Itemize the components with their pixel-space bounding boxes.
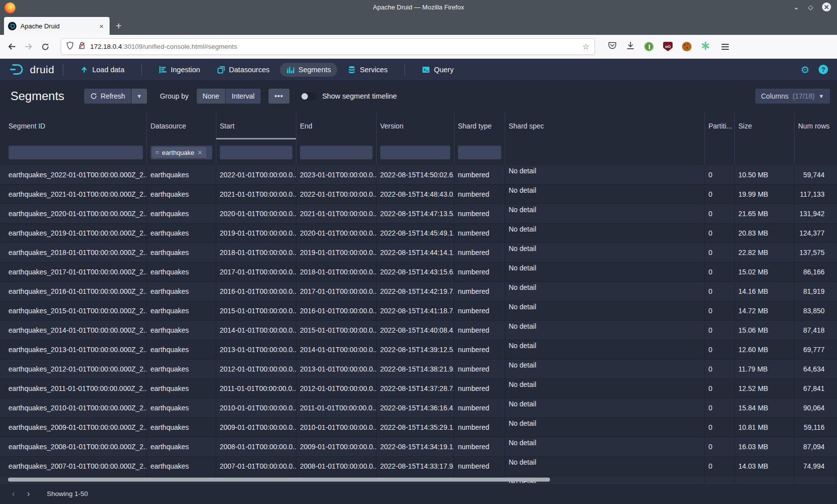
cell-shard-spec: No detail (505, 418, 705, 437)
privacy-extension-icon[interactable] (644, 42, 654, 51)
filter-start-input[interactable] (220, 145, 292, 159)
ublock-origin-icon[interactable]: uO (663, 42, 673, 51)
container-extension-icon[interactable] (701, 41, 710, 52)
nav-ingestion[interactable]: Ingestion (152, 63, 207, 77)
column-header-num-rows[interactable]: Num rows (795, 112, 837, 139)
insecure-lock-icon[interactable] (78, 41, 86, 52)
filter-datasource-input[interactable]: = earthquake ✕ (150, 145, 212, 159)
downloads-icon[interactable] (626, 41, 635, 52)
layers-icon (217, 66, 225, 74)
nav-load-data[interactable]: Load data (74, 63, 131, 77)
cookie-extension-icon[interactable] (682, 42, 692, 51)
nav-query[interactable]: Query (416, 63, 460, 77)
column-header-datasource[interactable]: Datasource (147, 112, 216, 139)
url-path: :30109/unified-console.html#segments (122, 43, 237, 50)
tab-close-icon[interactable]: × (97, 22, 106, 30)
window-title: Apache Druid — Mozilla Firefox (0, 3, 837, 11)
column-header-end[interactable]: End (296, 112, 377, 139)
database-icon (348, 66, 356, 74)
cell-size: 15.06 MB (735, 321, 795, 340)
cell-num-rows: 59,744 (795, 165, 837, 184)
settings-gear-icon[interactable]: ⚙ (801, 65, 810, 75)
table-row: earthquakes_2013-01-01T00:00:00.000Z_2..… (0, 340, 837, 360)
nav-services[interactable]: Services (341, 63, 394, 77)
cell-datasource: earthquakes (147, 224, 216, 243)
cell-segment-id: earthquakes_2007-01-01T00:00:00.000Z_2..… (0, 457, 147, 476)
maximize-icon[interactable]: ◇ (808, 4, 813, 10)
segment-timeline-toggle[interactable] (300, 92, 316, 101)
cell-shard-spec: No detail (505, 457, 705, 476)
cell-partition: 0 (705, 204, 735, 223)
bookmark-star-icon[interactable]: ☆ (578, 42, 589, 51)
shield-icon[interactable] (66, 41, 74, 52)
cell-end: 2013-01-01T00:00:00.0... (296, 360, 377, 378)
url-bar[interactable]: 172.18.0.4:30109/unified-console.html#se… (61, 38, 595, 55)
cell-version: 2022-08-15T14:43:15.6... (377, 262, 454, 281)
refresh-dropdown-button[interactable]: ▼ (132, 89, 147, 104)
filter-shard-type-input[interactable] (458, 145, 501, 159)
column-header-version[interactable]: Version (377, 112, 454, 139)
cell-end: 2023-01-01T00:00:00.0... (296, 165, 377, 184)
chevron-down-icon: ▼ (137, 93, 142, 99)
back-icon[interactable] (3, 39, 20, 55)
druid-brand[interactable]: druid (9, 63, 54, 76)
cell-partition: 0 (705, 457, 735, 476)
group-by-interval-button[interactable]: Interval (226, 89, 261, 104)
table-row: earthquakes_2010-01-01T00:00:00.000Z_2..… (0, 398, 837, 418)
pocket-icon[interactable] (608, 41, 617, 52)
cell-version: 2022-08-15T14:42:19.7... (377, 282, 454, 301)
horizontal-scrollbar[interactable] (8, 478, 550, 482)
forward-icon[interactable] (20, 39, 37, 55)
help-icon[interactable]: ? (819, 65, 828, 74)
filter-tag-label: earthquake (162, 149, 194, 156)
columns-button[interactable]: Columns (17/18) ▼ (755, 89, 831, 104)
reload-icon[interactable] (37, 39, 54, 55)
new-tab-button[interactable]: + (110, 20, 128, 35)
cell-shard-type: numbered (454, 457, 505, 476)
gantt-chart-icon (159, 66, 167, 74)
cell-num-rows: 83,850 (795, 301, 837, 320)
cell-datasource: earthquakes (147, 243, 216, 262)
cell-datasource: earthquakes (147, 204, 216, 223)
nav-datasources[interactable]: Datasources (211, 63, 276, 77)
column-header-size[interactable]: Size (735, 112, 795, 139)
close-icon[interactable]: ✕ (822, 2, 831, 11)
datasource-filter-tag[interactable]: = earthquake ✕ (152, 147, 206, 158)
filter-segment-id-input[interactable] (8, 145, 143, 159)
druid-navbar: druid Load data Ingestion Datasources Se… (0, 59, 837, 80)
browser-tab[interactable]: Apache Druid × (4, 17, 110, 35)
cell-version: 2022-08-15T14:48:43.0... (377, 185, 454, 204)
cell-size: 14.03 MB (735, 457, 795, 476)
cell-shard-spec: No detail (505, 437, 705, 456)
group-by-none-button[interactable]: None (197, 89, 225, 104)
previous-page-icon[interactable]: ‹ (6, 487, 21, 502)
minimize-icon[interactable]: ⌄ (793, 3, 799, 10)
next-page-icon[interactable]: › (21, 487, 36, 502)
cell-num-rows: 64,634 (795, 360, 837, 378)
column-header-partiti-[interactable]: Partiti... (705, 112, 735, 139)
cell-datasource: earthquakes (147, 437, 216, 456)
cell-size: 20.83 MB (735, 224, 795, 243)
cell-shard-spec: No detail (505, 204, 705, 223)
refresh-button[interactable]: Refresh (84, 89, 131, 104)
filter-version-input[interactable] (380, 145, 450, 159)
menu-icon[interactable] (719, 44, 729, 50)
toolbar-extensions: uO (608, 41, 729, 52)
filter-end-input[interactable] (300, 145, 373, 159)
cell-size: 15.84 MB (735, 398, 795, 417)
window-controls: ⌄ ◇ ✕ (793, 2, 837, 11)
cell-size: 10.50 MB (735, 165, 795, 184)
column-header-shard-spec[interactable]: Shard spec (505, 112, 705, 139)
cell-version: 2022-08-15T14:34:19.1... (377, 437, 454, 456)
column-header-segment-id[interactable]: Segment ID (0, 112, 147, 139)
nav-segments[interactable]: Segments (280, 63, 337, 77)
more-options-button[interactable]: ••• (269, 89, 289, 104)
cell-shard-spec: No detail (505, 165, 705, 184)
column-header-shard-type[interactable]: Shard type (454, 112, 505, 139)
cell-partition: 0 (705, 437, 735, 456)
column-header-start[interactable]: Start (216, 112, 296, 139)
cell-version: 2022-08-15T14:45:49.1... (377, 224, 454, 243)
druid-brand-text: druid (30, 64, 54, 76)
remove-tag-icon[interactable]: ✕ (197, 149, 203, 156)
cell-version: 2022-08-15T14:33:17.9... (377, 457, 454, 476)
